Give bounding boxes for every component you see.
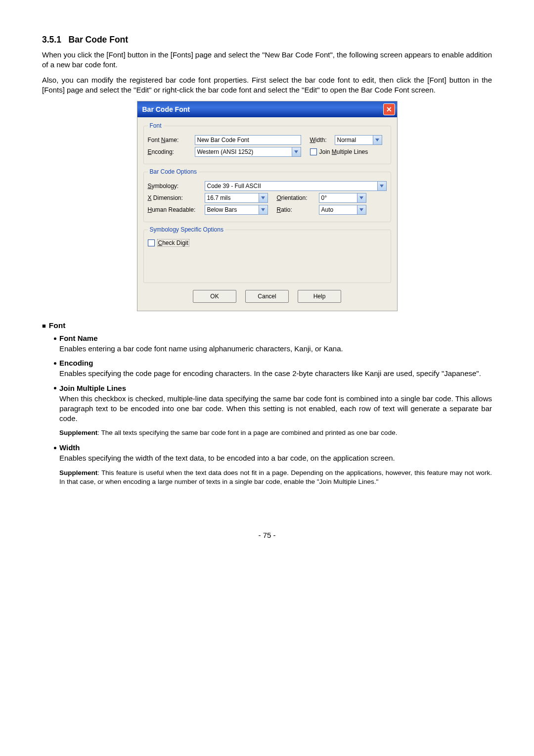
- width-item-header: Width: [54, 443, 492, 452]
- width-combo[interactable]: [335, 135, 382, 145]
- chevron-down-icon[interactable]: [292, 147, 301, 157]
- chevron-down-icon[interactable]: [357, 193, 366, 203]
- orientation-combo[interactable]: [319, 193, 366, 203]
- orientation-label: Orientation:: [277, 194, 319, 201]
- font-group: Font Font Name: Width: Encoding: Join Mu…: [143, 122, 391, 164]
- chevron-down-icon[interactable]: [259, 193, 268, 203]
- check-digit-checkbox[interactable]: [148, 239, 155, 246]
- symbology-specific-options-legend: Symbology Specific Options: [148, 226, 225, 233]
- font-name-item-header: Font Name: [54, 334, 492, 342]
- encoding-item-header: Encoding: [54, 359, 492, 367]
- dialog-titlebar: Bar Code Font ✕: [137, 101, 397, 117]
- check-digit-label: Check Digit: [157, 239, 189, 247]
- join-multiple-lines-item-text: When this checkbox is checked, multiple-…: [59, 394, 492, 424]
- symbology-specific-options-group: Symbology Specific Options Check Digit: [143, 226, 391, 283]
- bullet-icon: [54, 387, 56, 389]
- encoding-label: Encoding:: [148, 148, 195, 155]
- symbology-combo[interactable]: [205, 181, 387, 191]
- human-readable-combo[interactable]: [205, 205, 268, 215]
- bar-code-options-group: Bar Code Options Symbology: X Dimension:…: [143, 168, 391, 222]
- section-heading: 3.5.1 Bar Code Font: [42, 35, 492, 45]
- intro-paragraph-1: When you click the [Font] button in the …: [42, 50, 492, 70]
- close-icon[interactable]: ✕: [383, 103, 395, 115]
- x-dimension-label: X Dimension:: [148, 194, 205, 201]
- help-button[interactable]: Help: [298, 290, 341, 303]
- bullet-icon: [54, 337, 56, 340]
- join-multiple-lines-checkbox[interactable]: [310, 148, 317, 155]
- page-number: - 75 -: [42, 531, 492, 539]
- bullet-icon: [54, 447, 56, 449]
- ratio-label: Ratio:: [277, 206, 319, 213]
- x-dimension-combo[interactable]: [205, 193, 268, 203]
- join-multiple-lines-item-header: Join Multiple Lines: [54, 384, 492, 392]
- ratio-combo[interactable]: [319, 205, 366, 215]
- bar-code-font-dialog: Bar Code Font ✕ Font Font Name: Width: E…: [137, 101, 398, 311]
- bar-code-options-legend: Bar Code Options: [148, 168, 199, 175]
- intro-paragraph-2: Also, you can modify the registered bar …: [42, 75, 492, 95]
- width-label: Width:: [310, 137, 335, 143]
- human-readable-label: Human Readable:: [148, 206, 205, 213]
- font-name-label: Font Name:: [148, 137, 195, 143]
- bullet-icon: [54, 362, 56, 365]
- width-item-text: Enables specifying the width of the text…: [59, 453, 492, 463]
- join-multiple-lines-label: Join Multiple Lines: [319, 148, 368, 155]
- encoding-combo[interactable]: [195, 147, 301, 157]
- cancel-button[interactable]: Cancel: [245, 290, 289, 303]
- dialog-title: Bar Code Font: [142, 105, 190, 113]
- symbology-label: Symbology:: [148, 183, 205, 189]
- chevron-down-icon[interactable]: [378, 181, 387, 191]
- font-legend: Font: [148, 122, 164, 129]
- font-section-header: ■Font: [42, 321, 492, 330]
- chevron-down-icon[interactable]: [373, 135, 382, 145]
- width-supplement: Supplement: This feature is useful when …: [59, 469, 492, 486]
- chevron-down-icon[interactable]: [259, 205, 268, 215]
- chevron-down-icon[interactable]: [357, 205, 366, 215]
- square-bullet-icon: ■: [42, 322, 46, 330]
- font-name-input[interactable]: [195, 135, 301, 145]
- encoding-item-text: Enables specifying the code page for enc…: [59, 369, 492, 378]
- ok-button[interactable]: OK: [193, 290, 236, 303]
- font-name-item-text: Enables entering a bar code font name us…: [59, 344, 492, 354]
- join-multiple-lines-supplement: Supplement: The all texts specifying the…: [59, 428, 492, 437]
